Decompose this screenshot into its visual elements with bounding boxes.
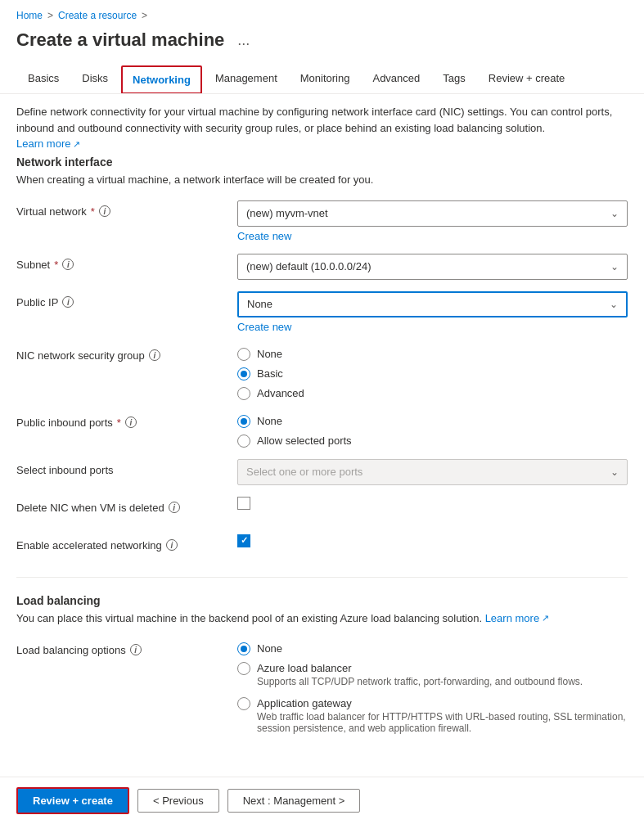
public-ip-row: Public IP i None ⌄ Create new (16, 291, 628, 333)
tab-networking[interactable]: Networking (121, 65, 202, 94)
subnet-row: Subnet * i (new) default (10.0.0.0/24) ⌄ (16, 254, 628, 280)
select-inbound-ports-label: Select inbound ports (16, 459, 237, 476)
public-inbound-ports-label: Public inbound ports * i (16, 412, 237, 429)
delete-nic-info-icon[interactable]: i (169, 502, 180, 513)
public-ip-dropdown[interactable]: None ⌄ (237, 291, 628, 317)
subnet-dropdown[interactable]: (new) default (10.0.0.0/24) ⌄ (237, 254, 628, 280)
ports-required-asterisk: * (117, 417, 121, 429)
breadcrumb-create-resource[interactable]: Create a resource (58, 10, 137, 21)
subnet-control: (new) default (10.0.0.0/24) ⌄ (237, 254, 628, 280)
load-balancing-desc: You can place this virtual machine in th… (16, 612, 628, 624)
learn-more-link[interactable]: Learn more ↗ (16, 136, 80, 152)
breadcrumb-sep1: > (47, 10, 53, 21)
footer: Review + create < Previous Next : Manage… (0, 777, 644, 824)
chevron-down-icon: ⌄ (610, 466, 619, 478)
page-title-row: Create a virtual machine ... (0, 25, 644, 64)
lb-appgw-option[interactable]: Application gateway (237, 697, 628, 710)
chevron-down-icon: ⌄ (610, 261, 619, 272)
nic-nsg-basic-option[interactable]: Basic (237, 367, 628, 380)
chevron-down-icon: ⌄ (610, 208, 619, 219)
nic-nsg-radio-group: None Basic Advanced (237, 344, 628, 400)
ellipsis-button[interactable]: ... (232, 30, 254, 51)
virtual-network-label: Virtual network * i (16, 200, 237, 218)
tab-monitoring[interactable]: Monitoring (289, 64, 362, 94)
nic-nsg-info-icon[interactable]: i (149, 349, 160, 361)
accelerated-networking-label: Enable accelerated networking i (16, 534, 237, 552)
public-ip-label: Public IP i (16, 291, 237, 308)
ports-none-option[interactable]: None (237, 415, 628, 428)
breadcrumb-home[interactable]: Home (16, 10, 43, 21)
subnet-label: Subnet * i (16, 254, 237, 271)
network-interface-section: Network interface When creating a virtua… (16, 155, 628, 561)
public-inbound-ports-radio-group: None Allow selected ports (237, 412, 628, 448)
lb-radio-group: None Azure load balancer Supports all TC… (237, 639, 628, 734)
ports-allow-option[interactable]: Allow selected ports (237, 435, 628, 448)
previous-button[interactable]: < Previous (137, 789, 219, 813)
delete-nic-checkbox-item[interactable] (237, 497, 628, 510)
subnet-info-icon[interactable]: i (62, 259, 74, 270)
breadcrumb-sep2: > (142, 10, 147, 21)
load-balancing-options-row: Load balancing options i None (16, 639, 628, 734)
nic-nsg-advanced-option[interactable]: Advanced (237, 387, 628, 400)
accelerated-networking-control (237, 534, 628, 547)
ports-allow-radio (237, 435, 250, 448)
load-balancing-options-control: None Azure load balancer Supports all TC… (237, 639, 628, 734)
public-inbound-ports-row: Public inbound ports * i None Allow sele… (16, 412, 628, 448)
tab-advanced[interactable]: Advanced (361, 64, 431, 94)
nic-nsg-basic-radio (237, 367, 250, 380)
tab-basics[interactable]: Basics (16, 64, 70, 94)
lb-azure-radio (237, 662, 250, 675)
tab-disks[interactable]: Disks (70, 64, 119, 94)
public-ip-control: None ⌄ Create new (237, 291, 628, 333)
lb-appgw-group: Application gateway Web traffic load bal… (237, 697, 628, 734)
lb-options-info-icon[interactable]: i (130, 644, 142, 655)
tab-bar: Basics Disks Networking Management Monit… (0, 64, 644, 94)
ports-info-icon[interactable]: i (125, 417, 137, 428)
load-balancing-title: Load balancing (16, 594, 628, 607)
nic-nsg-none-option[interactable]: None (237, 348, 628, 361)
delete-nic-label: Delete NIC when VM is deleted i (16, 497, 237, 514)
nic-nsg-none-radio (237, 348, 250, 361)
delete-nic-checkbox[interactable] (237, 497, 250, 510)
public-ip-info-icon[interactable]: i (62, 296, 74, 308)
nic-nsg-control: None Basic Advanced (237, 344, 628, 400)
tab-tags[interactable]: Tags (431, 64, 476, 94)
subnet-required-asterisk: * (54, 259, 58, 271)
lb-azure-option[interactable]: Azure load balancer (237, 662, 628, 675)
chevron-down-icon: ⌄ (610, 299, 618, 310)
virtual-network-row: Virtual network * i (new) myvm-vnet ⌄ Cr… (16, 200, 628, 242)
lb-none-option[interactable]: None (237, 642, 628, 655)
public-ip-create-new[interactable]: Create new (237, 321, 628, 333)
tab-management[interactable]: Management (204, 64, 289, 94)
select-inbound-ports-dropdown[interactable]: Select one or more ports ⌄ (237, 459, 628, 485)
page-title: Create a virtual machine (16, 29, 224, 51)
lb-none-group: None (237, 642, 628, 655)
external-link-icon: ↗ (73, 137, 80, 151)
network-interface-desc: When creating a virtual machine, a netwo… (16, 173, 628, 186)
lb-external-link-icon: ↗ (542, 613, 549, 624)
load-balancing-section: Load balancing You can place this virtua… (16, 594, 628, 734)
virtual-network-dropdown[interactable]: (new) myvm-vnet ⌄ (237, 200, 628, 227)
lb-azure-sub-text: Supports all TCP/UDP network traffic, po… (257, 676, 628, 687)
select-inbound-ports-row: Select inbound ports Select one or more … (16, 459, 628, 485)
virtual-network-info-icon[interactable]: i (99, 205, 110, 217)
virtual-network-control: (new) myvm-vnet ⌄ Create new (237, 200, 628, 242)
nic-nsg-row: NIC network security group i None Basic (16, 344, 628, 400)
select-inbound-ports-control: Select one or more ports ⌄ (237, 459, 628, 485)
delete-nic-row: Delete NIC when VM is deleted i (16, 497, 628, 523)
tab-review-create[interactable]: Review + create (477, 64, 577, 94)
accelerated-networking-checkbox-item[interactable] (237, 534, 628, 547)
public-inbound-ports-control: None Allow selected ports (237, 412, 628, 448)
virtual-network-create-new[interactable]: Create new (237, 230, 628, 242)
main-content: Network interface When creating a virtua… (0, 155, 644, 811)
lb-appgw-radio (237, 697, 250, 710)
lb-none-radio (237, 642, 250, 655)
load-balancing-learn-more[interactable]: Learn more ↗ (485, 612, 549, 624)
accelerated-networking-checkbox[interactable] (237, 534, 250, 547)
review-create-button[interactable]: Review + create (16, 787, 129, 814)
lb-appgw-sub-text: Web traffic load balancer for HTTP/HTTPS… (257, 711, 628, 734)
ports-none-radio (237, 415, 250, 428)
accelerated-networking-info-icon[interactable]: i (166, 539, 178, 551)
description-box: Define network connectivity for your vir… (0, 94, 644, 155)
next-button[interactable]: Next : Management > (227, 789, 361, 813)
